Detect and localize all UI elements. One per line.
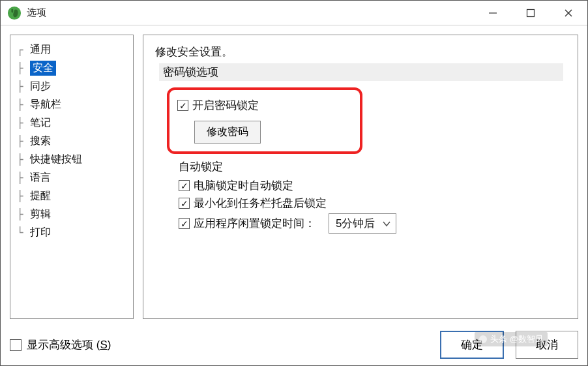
sidebar: ┌通用 ├安全 ├同步 ├导航栏 ├笔记 ├搜索 ├快捷键按钮 ├语言 ├提醒 … xyxy=(10,35,134,319)
content-panel: 修改安全设置。 密码锁选项 ✓ 开启密码锁定 修改密码 自动锁定 ✓ 电脑锁定时… xyxy=(143,35,578,319)
watermark-icon xyxy=(478,335,488,344)
svg-rect-2 xyxy=(527,9,535,16)
sidebar-item-security[interactable]: ├安全 xyxy=(17,59,130,77)
idle-lock-value: 5分钟后 xyxy=(336,216,375,231)
watermark: 头条 @数智风 xyxy=(475,332,548,346)
sidebar-item-nav[interactable]: ├导航栏 xyxy=(17,95,130,114)
enable-password-lock-label: 开启密码锁定 xyxy=(192,98,259,113)
checkbox-lock-on-minimize[interactable]: ✓ xyxy=(179,198,190,209)
lock-on-computer-lock-label: 电脑锁定时自动锁定 xyxy=(194,178,293,193)
sidebar-item-clip[interactable]: ├剪辑 xyxy=(17,205,130,223)
close-button[interactable] xyxy=(550,1,587,25)
app-icon xyxy=(7,6,22,20)
checkbox-idle-lock[interactable]: ✓ xyxy=(179,218,190,229)
checkbox-show-advanced[interactable] xyxy=(10,339,22,351)
sidebar-item-sync[interactable]: ├同步 xyxy=(17,77,130,95)
sidebar-item-reminder[interactable]: ├提醒 xyxy=(17,187,130,205)
change-password-button[interactable]: 修改密码 xyxy=(194,121,261,144)
idle-lock-label: 应用程序闲置锁定时间： xyxy=(194,216,316,231)
sidebar-item-notes[interactable]: ├笔记 xyxy=(17,114,130,132)
chevron-down-icon xyxy=(383,221,390,227)
sidebar-item-shortcuts[interactable]: ├快捷键按钮 xyxy=(17,150,130,168)
content-heading: 修改安全设置。 xyxy=(155,44,566,59)
sidebar-item-search[interactable]: ├搜索 xyxy=(17,132,130,150)
sidebar-item-language[interactable]: ├语言 xyxy=(17,168,130,187)
sidebar-item-general[interactable]: ┌通用 xyxy=(17,40,130,59)
minimize-button[interactable] xyxy=(474,1,512,25)
sidebar-item-print[interactable]: └打印 xyxy=(17,223,130,241)
show-advanced-label: 显示高级选项 (S) xyxy=(27,337,111,352)
highlight-callout: ✓ 开启密码锁定 修改密码 xyxy=(167,87,362,154)
checkbox-lock-on-computer-lock[interactable]: ✓ xyxy=(179,180,190,191)
idle-lock-select[interactable]: 5分钟后 xyxy=(329,213,396,234)
auto-lock-heading: 自动锁定 xyxy=(179,159,566,174)
options-window: 选项 ┌通用 ├安全 ├同步 ├导航栏 ├笔记 ├搜索 ├快捷键按钮 xyxy=(0,0,588,366)
window-title: 选项 xyxy=(27,7,46,19)
maximize-button[interactable] xyxy=(512,1,550,25)
svg-point-5 xyxy=(479,335,487,343)
titlebar: 选项 xyxy=(1,1,587,25)
section-password-title: 密码锁选项 xyxy=(159,63,563,81)
lock-on-minimize-label: 最小化到任务栏托盘后锁定 xyxy=(194,196,327,211)
checkbox-enable-password-lock[interactable]: ✓ xyxy=(177,100,188,111)
